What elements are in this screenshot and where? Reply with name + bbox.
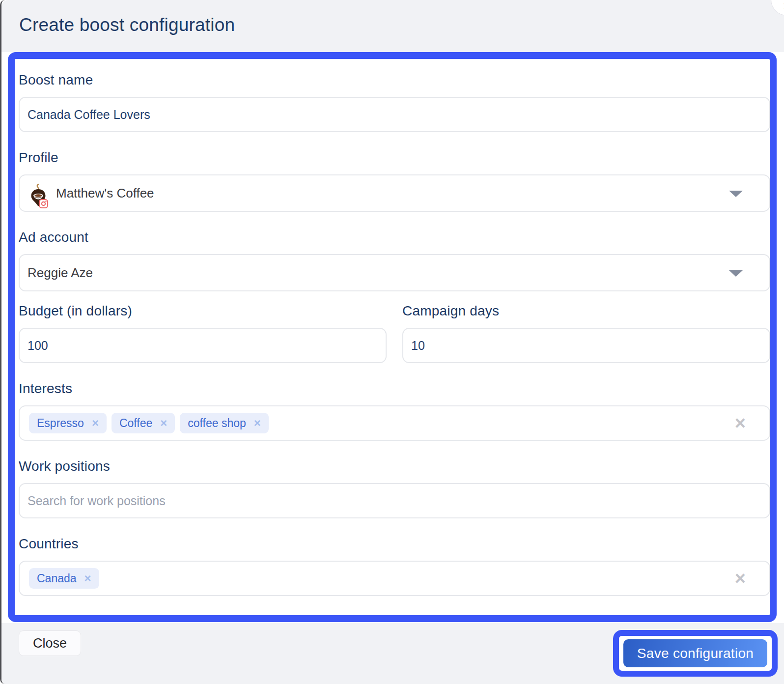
close-button[interactable]: Close xyxy=(19,630,81,656)
profile-label: Profile xyxy=(19,150,770,166)
interests-field[interactable]: Espresso×Coffee×coffee shop× × xyxy=(19,405,770,441)
tag-remove-icon[interactable]: × xyxy=(84,571,91,585)
tag[interactable]: Coffee× xyxy=(112,413,175,433)
campaign-days-label: Campaign days xyxy=(402,303,770,319)
boost-name-input[interactable] xyxy=(19,97,770,132)
profile-selected-value: Matthew's Coffee xyxy=(56,186,154,201)
budget-label: Budget (in dollars) xyxy=(19,303,387,319)
budget-input[interactable] xyxy=(19,328,387,363)
ad-account-selected-value: Reggie Aze xyxy=(28,265,93,281)
tag-remove-icon[interactable]: × xyxy=(92,416,99,430)
dialog-footer: Close Save configuration xyxy=(1,623,784,684)
dialog-header: Create boost configuration xyxy=(1,0,784,52)
tag-label: Coffee xyxy=(119,417,152,430)
chevron-down-icon xyxy=(729,191,743,197)
instagram-icon xyxy=(39,200,48,208)
tag[interactable]: Espresso× xyxy=(29,413,107,433)
countries-clear-icon[interactable]: × xyxy=(735,569,746,588)
campaign-days-input[interactable] xyxy=(402,328,770,363)
save-configuration-button[interactable]: Save configuration xyxy=(623,639,767,667)
boost-name-label: Boost name xyxy=(19,72,770,88)
tag-label: coffee shop xyxy=(188,417,246,430)
tag[interactable]: Canada× xyxy=(29,568,99,589)
interests-tag-list: Espresso×Coffee×coffee shop× xyxy=(29,413,269,433)
countries-field[interactable]: Canada× × xyxy=(19,561,770,596)
ad-account-label: Ad account xyxy=(19,229,770,245)
interests-label: Interests xyxy=(19,381,770,397)
profile-select[interactable]: Matthew's Coffee xyxy=(19,174,770,212)
boost-form: Boost name Profile Matthew's Coffee xyxy=(19,60,770,615)
countries-tag-list: Canada× xyxy=(29,568,99,589)
tag-remove-icon[interactable]: × xyxy=(254,416,261,430)
create-boost-dialog: Create boost configuration × Boost name … xyxy=(0,0,784,684)
chevron-down-icon xyxy=(729,270,743,277)
interests-clear-icon[interactable]: × xyxy=(735,414,746,432)
save-highlight-border: Save configuration xyxy=(613,630,778,677)
countries-label: Countries xyxy=(19,536,770,552)
dialog-body: Boost name Profile Matthew's Coffee xyxy=(1,52,784,623)
tag[interactable]: coffee shop× xyxy=(180,413,269,433)
work-positions-label: Work positions xyxy=(19,458,770,474)
tag-label: Canada xyxy=(37,572,77,585)
coffee-brand-logo-icon xyxy=(28,181,49,209)
ad-account-select[interactable]: Reggie Aze xyxy=(19,254,770,291)
dialog-title: Create boost configuration xyxy=(19,15,235,35)
tag-remove-icon[interactable]: × xyxy=(160,416,167,430)
tag-label: Espresso xyxy=(37,417,84,430)
work-positions-input[interactable] xyxy=(19,483,770,518)
